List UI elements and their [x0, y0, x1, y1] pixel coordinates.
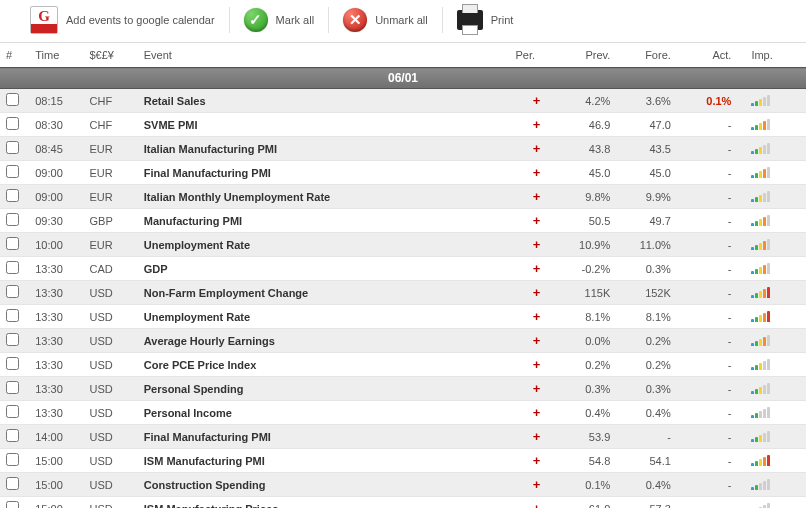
cell-period[interactable]: +	[509, 473, 563, 497]
row-checkbox[interactable]	[6, 141, 19, 154]
row-checkbox[interactable]	[6, 453, 19, 466]
row-checkbox[interactable]	[6, 477, 19, 490]
row-checkbox[interactable]	[6, 309, 19, 322]
add-to-gcal-button[interactable]: G Add events to google calendar	[24, 4, 221, 36]
cell-period[interactable]: +	[509, 329, 563, 353]
cell-event[interactable]: Manufacturing PMI	[138, 209, 510, 233]
col-time[interactable]: Time	[29, 43, 83, 68]
cell-event[interactable]: Italian Manufacturing PMI	[138, 137, 510, 161]
cell-event[interactable]: ISM Manufacturing PMI	[138, 449, 510, 473]
table-row: 13:30CADGDP+-0.2%0.3%-	[0, 257, 806, 281]
importance-bars-icon	[751, 142, 770, 154]
row-checkbox[interactable]	[6, 189, 19, 202]
cell-importance	[745, 257, 806, 281]
cell-period[interactable]: +	[509, 497, 563, 509]
cell-act: -	[685, 161, 746, 185]
importance-bars-icon	[751, 262, 770, 274]
cell-act: -	[685, 185, 746, 209]
cell-event[interactable]: Retail Sales	[138, 89, 510, 113]
row-checkbox-cell	[0, 185, 29, 209]
col-per[interactable]: Per.	[509, 43, 563, 68]
row-checkbox[interactable]	[6, 117, 19, 130]
cell-event[interactable]: Construction Spending	[138, 473, 510, 497]
cell-event[interactable]: Final Manufacturing PMI	[138, 161, 510, 185]
cell-period[interactable]: +	[509, 257, 563, 281]
row-checkbox[interactable]	[6, 429, 19, 442]
cell-time: 13:30	[29, 329, 83, 353]
cell-time: 15:00	[29, 473, 83, 497]
cell-period[interactable]: +	[509, 89, 563, 113]
cell-event[interactable]: Core PCE Price Index	[138, 353, 510, 377]
row-checkbox[interactable]	[6, 237, 19, 250]
row-checkbox[interactable]	[6, 405, 19, 418]
cell-fore: 152K	[624, 281, 685, 305]
cell-time: 13:30	[29, 401, 83, 425]
row-checkbox-cell	[0, 233, 29, 257]
table-row: 15:00USDISM Manufacturing PMI+54.854.1-	[0, 449, 806, 473]
cell-period[interactable]: +	[509, 425, 563, 449]
cell-event[interactable]: Final Manufacturing PMI	[138, 425, 510, 449]
cell-currency: USD	[84, 377, 138, 401]
cell-period[interactable]: +	[509, 113, 563, 137]
cell-period[interactable]: +	[509, 185, 563, 209]
col-prev[interactable]: Prev.	[564, 43, 625, 68]
row-checkbox[interactable]	[6, 261, 19, 274]
col-act[interactable]: Act.	[685, 43, 746, 68]
cell-event[interactable]: ISM Manufacturing Prices	[138, 497, 510, 509]
cell-period[interactable]: +	[509, 305, 563, 329]
col-fore[interactable]: Fore.	[624, 43, 685, 68]
cell-event[interactable]: Unemployment Rate	[138, 305, 510, 329]
row-checkbox[interactable]	[6, 93, 19, 106]
col-imp[interactable]: Imp.	[745, 43, 806, 68]
cell-event[interactable]: Non-Farm Employment Change	[138, 281, 510, 305]
importance-bars-icon	[751, 382, 770, 394]
cell-period[interactable]: +	[509, 377, 563, 401]
row-checkbox[interactable]	[6, 381, 19, 394]
unmark-all-button[interactable]: ✕ Unmark all	[337, 6, 434, 34]
cell-period[interactable]: +	[509, 449, 563, 473]
cell-period[interactable]: +	[509, 161, 563, 185]
cell-event[interactable]: Average Hourly Earnings	[138, 329, 510, 353]
mark-all-button[interactable]: ✓ Mark all	[238, 6, 321, 34]
cell-event[interactable]: Italian Monthly Unemployment Rate	[138, 185, 510, 209]
cell-period[interactable]: +	[509, 137, 563, 161]
row-checkbox[interactable]	[6, 213, 19, 226]
row-checkbox-cell	[0, 377, 29, 401]
col-num[interactable]: #	[0, 43, 29, 68]
col-event[interactable]: Event	[138, 43, 510, 68]
unmark-all-label: Unmark all	[375, 14, 428, 26]
cell-period[interactable]: +	[509, 281, 563, 305]
cell-currency: EUR	[84, 185, 138, 209]
cell-fore: 0.4%	[624, 401, 685, 425]
cell-prev: 0.1%	[564, 473, 625, 497]
check-icon: ✓	[244, 8, 268, 32]
cell-prev: 0.2%	[564, 353, 625, 377]
table-row: 08:15CHFRetail Sales+4.2%3.6%0.1%	[0, 89, 806, 113]
cell-event[interactable]: GDP	[138, 257, 510, 281]
cell-fore: 8.1%	[624, 305, 685, 329]
cell-period[interactable]: +	[509, 401, 563, 425]
row-checkbox[interactable]	[6, 357, 19, 370]
row-checkbox[interactable]	[6, 165, 19, 178]
row-checkbox[interactable]	[6, 285, 19, 298]
cell-period[interactable]: +	[509, 233, 563, 257]
cell-importance	[745, 161, 806, 185]
cell-time: 09:00	[29, 161, 83, 185]
toolbar: G Add events to google calendar ✓ Mark a…	[0, 0, 806, 43]
print-button[interactable]: Print	[451, 8, 520, 32]
cell-event[interactable]: Personal Income	[138, 401, 510, 425]
importance-bars-icon	[751, 190, 770, 202]
x-icon: ✕	[343, 8, 367, 32]
cell-period[interactable]: +	[509, 209, 563, 233]
row-checkbox[interactable]	[6, 333, 19, 346]
cell-act: -	[685, 401, 746, 425]
col-currency[interactable]: $€£¥	[84, 43, 138, 68]
cell-event[interactable]: Personal Spending	[138, 377, 510, 401]
cell-event[interactable]: SVME PMI	[138, 113, 510, 137]
cell-time: 08:30	[29, 113, 83, 137]
cell-period[interactable]: +	[509, 353, 563, 377]
cell-event[interactable]: Unemployment Rate	[138, 233, 510, 257]
mark-all-label: Mark all	[276, 14, 315, 26]
cell-act: -	[685, 209, 746, 233]
row-checkbox[interactable]	[6, 501, 19, 508]
